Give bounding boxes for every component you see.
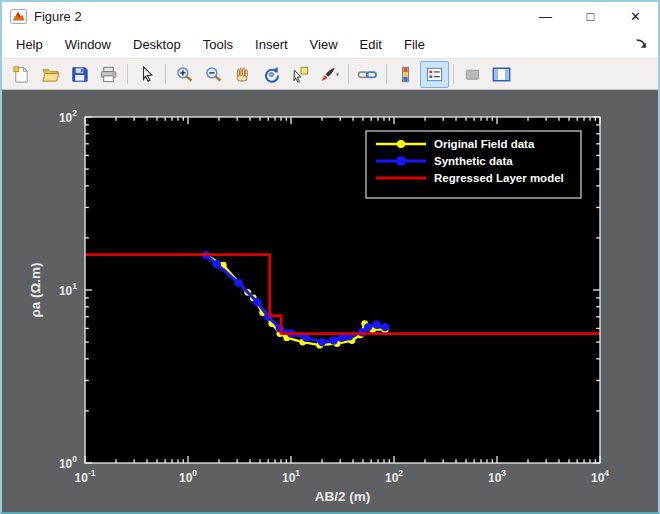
- show-plot-tools-dock-icon: [491, 65, 512, 84]
- new-figure-button[interactable]: [7, 61, 36, 88]
- zoom-out-icon: [204, 65, 223, 84]
- series-marker: [373, 321, 381, 329]
- toolbar-separator: [386, 64, 387, 84]
- menu-item-help[interactable]: Help: [5, 33, 54, 56]
- zoom-in-icon: [175, 65, 194, 84]
- new-figure-icon: [12, 65, 31, 84]
- edit-plot-button[interactable]: [132, 61, 161, 88]
- y-axis-label: ρa (Ω.m): [28, 262, 43, 317]
- show-plot-tools-dock-button[interactable]: [487, 61, 516, 88]
- zoom-out-button[interactable]: [199, 61, 228, 88]
- legend-label: Regressed Layer model: [434, 172, 564, 184]
- toolbar-separator: [127, 64, 128, 84]
- pan-button[interactable]: [228, 61, 257, 88]
- brush-icon: [318, 65, 341, 84]
- x-tick-label: 10-1: [75, 468, 96, 485]
- matlab-figure-icon: [10, 9, 27, 24]
- menu-item-tools[interactable]: Tools: [192, 33, 244, 56]
- brush-data-button[interactable]: [315, 61, 344, 88]
- y-tick-label: 102: [59, 108, 77, 125]
- toolbar-separator: [348, 64, 349, 84]
- series-marker: [234, 279, 242, 287]
- figure-window: Figure 2 — □ ✕ HelpWindowDesktopToolsIns…: [0, 0, 660, 514]
- menu-item-view[interactable]: View: [299, 33, 349, 56]
- pan-hand-icon: [233, 65, 252, 84]
- legend-marker-sample: [397, 140, 405, 148]
- legend-label: Synthetic data: [434, 155, 513, 167]
- rotate-3d-icon: [262, 65, 281, 84]
- dock-figure-arrow-icon[interactable]: [634, 37, 648, 51]
- figure-canvas: 10-1100101102103104100101102AB/2 (m)ρa (…: [2, 90, 658, 512]
- menu-item-window[interactable]: Window: [54, 33, 122, 56]
- menu-bar: HelpWindowDesktopToolsInsertViewEditFile: [2, 30, 658, 58]
- legend[interactable]: Original Field dataSynthetic dataRegress…: [366, 131, 581, 198]
- toolbar-separator: [453, 64, 454, 84]
- rotate-3d-button[interactable]: [257, 61, 286, 88]
- x-axis-label: AB/2 (m): [315, 489, 371, 504]
- menu-item-edit[interactable]: Edit: [349, 33, 393, 56]
- window-controls: — □ ✕: [523, 2, 658, 30]
- open-file-button[interactable]: [36, 61, 65, 88]
- save-figure-button[interactable]: [65, 61, 94, 88]
- legend-label: Original Field data: [434, 138, 535, 150]
- toolbar: [2, 58, 658, 90]
- toolbar-separator: [165, 64, 166, 84]
- insert-colorbar-button[interactable]: [391, 61, 420, 88]
- maximize-button[interactable]: □: [568, 2, 613, 30]
- x-tick-label: 102: [385, 468, 403, 485]
- insert-colorbar-icon: [396, 65, 415, 84]
- menu-item-file[interactable]: File: [393, 33, 436, 56]
- window-title: Figure 2: [34, 9, 82, 24]
- insert-legend-button[interactable]: [420, 61, 449, 88]
- series-marker: [213, 260, 221, 268]
- x-tick-label: 101: [282, 468, 300, 485]
- data-cursor-button[interactable]: [286, 61, 315, 88]
- x-tick-label: 103: [488, 468, 506, 485]
- edit-plot-arrow-icon: [137, 65, 156, 84]
- hide-plot-tools-icon: [463, 65, 482, 84]
- save-floppy-icon: [70, 65, 89, 84]
- series-marker: [364, 323, 372, 331]
- y-tick-label: 101: [59, 281, 77, 298]
- menu-item-desktop[interactable]: Desktop: [122, 33, 192, 56]
- link-plot-button[interactable]: [353, 61, 382, 88]
- open-folder-icon: [41, 65, 60, 84]
- y-tick-label: 100: [59, 454, 77, 471]
- x-tick-label: 104: [591, 468, 609, 485]
- series-marker: [330, 336, 338, 344]
- minimize-button[interactable]: —: [523, 2, 568, 30]
- x-tick-label: 100: [179, 468, 197, 485]
- hide-plot-tools-button[interactable]: [458, 61, 487, 88]
- zoom-in-button[interactable]: [170, 61, 199, 88]
- series-marker: [318, 338, 326, 346]
- printer-icon: [99, 65, 118, 84]
- menu-item-insert[interactable]: Insert: [244, 33, 299, 56]
- link-plot-icon: [357, 65, 378, 84]
- series-marker: [381, 323, 389, 331]
- title-bar: Figure 2 — □ ✕: [2, 2, 658, 30]
- print-figure-button[interactable]: [94, 61, 123, 88]
- series-marker: [253, 298, 261, 306]
- plot-axes[interactable]: 10-1100101102103104100101102AB/2 (m)ρa (…: [2, 90, 658, 512]
- insert-legend-icon: [425, 65, 444, 84]
- legend-marker-sample: [396, 156, 406, 166]
- data-cursor-icon: [291, 65, 310, 84]
- close-button[interactable]: ✕: [613, 2, 658, 30]
